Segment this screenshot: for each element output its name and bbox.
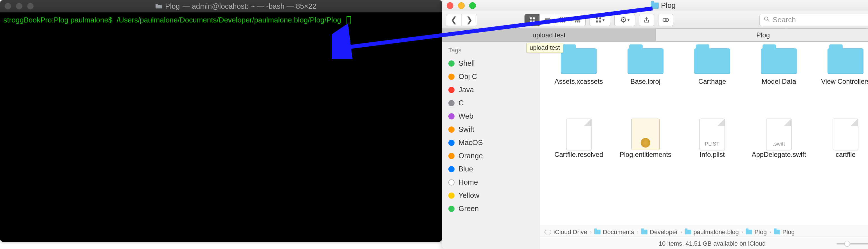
tag-dot-icon: [448, 87, 455, 93]
file-item[interactable]: Plog.entitlements: [614, 120, 677, 188]
chevron-right-icon: ›: [742, 229, 743, 235]
path-label: Developer: [650, 228, 678, 236]
path-segment[interactable]: Documents: [594, 228, 634, 236]
tab-label: upload test: [532, 31, 565, 39]
terminal-title: Plog — admin@locahost: ~ — -bash — 85×22: [34, 2, 438, 11]
file-item[interactable]: cartfile: [814, 120, 868, 188]
back-button[interactable]: ❮: [446, 14, 462, 26]
tab-plog[interactable]: Plog: [656, 29, 868, 41]
sidebar-tag-swift[interactable]: Swift: [447, 123, 540, 136]
sidebar-tag-home[interactable]: Home: [447, 176, 540, 189]
path-label: Documents: [603, 228, 634, 236]
path-segment[interactable]: Plog: [746, 228, 767, 236]
zoom-slider[interactable]: [837, 243, 868, 245]
nav-group: ❮ ❯: [446, 14, 477, 26]
gallery-view-button[interactable]: [570, 14, 585, 26]
folder-icon: [155, 3, 162, 9]
file-label: Base.lproj: [630, 78, 660, 86]
svg-rect-1: [533, 17, 535, 20]
icon-view-button[interactable]: [525, 14, 540, 26]
close-icon[interactable]: ✕: [446, 32, 451, 39]
path-segment[interactable]: paulmalone.blog: [685, 228, 739, 236]
file-item[interactable]: Base.lproj: [614, 47, 677, 115]
chevron-right-icon: ›: [637, 229, 638, 235]
finder-tabbar: ✕ upload test Plog +: [442, 29, 868, 42]
icon-grid[interactable]: Assets.xcassetsBase.lprojCarthageModel D…: [540, 42, 868, 226]
tag-dot-icon: [448, 100, 455, 106]
zoom-thumb[interactable]: [844, 241, 850, 246]
terminal-titlebar: Plog — admin@locahost: ~ — -bash — 85×22: [0, 0, 442, 12]
close-button[interactable]: [4, 3, 11, 9]
sidebar-tag-macos[interactable]: MacOS: [447, 136, 540, 149]
tag-label: Shell: [459, 59, 475, 68]
minimize-button[interactable]: [458, 2, 465, 9]
folder-icon: [746, 229, 752, 235]
path-segment[interactable]: iCloud Drive: [545, 228, 587, 236]
close-button[interactable]: [447, 2, 454, 9]
tag-dot-icon: [448, 192, 455, 199]
svg-rect-12: [577, 21, 578, 23]
sidebar-tag-blue[interactable]: Blue: [447, 163, 540, 176]
tag-dot-icon: [448, 166, 455, 172]
tags-button[interactable]: [658, 14, 673, 26]
chevron-right-icon: ›: [590, 229, 591, 235]
zoom-button[interactable]: [27, 3, 34, 9]
finder-sidebar: Tags ShellObj CJavaCWebSwiftMacOSOrangeB…: [442, 42, 540, 249]
finder-traffic-lights: [447, 2, 476, 9]
tag-dot-icon: [448, 206, 455, 212]
file-item[interactable]: Model Data: [747, 47, 811, 115]
sidebar-tag-obj-c[interactable]: Obj C: [447, 70, 540, 83]
path-segment[interactable]: Developer: [641, 228, 678, 236]
action-group: ⚙▾: [614, 14, 635, 26]
zoom-button[interactable]: [469, 2, 476, 9]
terminal-body[interactable]: stroggBookPro:Plog paulmalone$ /Users/pa…: [0, 12, 442, 242]
path-label: Plog: [754, 228, 767, 236]
file-item[interactable]: PLISTInfo.plist: [680, 120, 744, 188]
tag-dot-icon: [448, 113, 455, 119]
sidebar-tag-yellow[interactable]: Yellow: [447, 189, 540, 202]
minimize-button[interactable]: [16, 3, 23, 9]
tag-label: Obj C: [459, 72, 477, 81]
sidebar-tag-shell[interactable]: Shell: [447, 57, 540, 70]
svg-rect-0: [530, 17, 532, 20]
svg-rect-5: [545, 20, 550, 20]
forward-button[interactable]: ❯: [462, 14, 477, 26]
file-label: Info.plist: [700, 151, 724, 159]
search-input[interactable]: Search: [760, 14, 868, 26]
tag-label: Yellow: [459, 191, 479, 200]
sidebar-tag-orange[interactable]: Orange: [447, 149, 540, 163]
arrange-button[interactable]: ▾: [590, 14, 610, 26]
tag-label: Orange: [459, 151, 483, 160]
file-label: Plog.entitlements: [620, 151, 672, 159]
folder-icon: [561, 48, 597, 74]
file-item[interactable]: Carthage: [680, 47, 744, 115]
column-view-button[interactable]: [555, 14, 570, 26]
sidebar-tag-web[interactable]: Web: [447, 110, 540, 123]
sidebar-tag-green[interactable]: Green: [447, 202, 540, 215]
folder-icon: [774, 229, 780, 235]
sidebar-tag-c[interactable]: C: [447, 96, 540, 110]
terminal-traffic-lights: [4, 3, 34, 9]
finder-body: Tags ShellObj CJavaCWebSwiftMacOSOrangeB…: [442, 42, 868, 249]
file-item[interactable]: View Controllers: [814, 47, 868, 115]
gear-icon: ⚙: [620, 15, 627, 25]
file-label: Assets.xcassets: [555, 78, 603, 86]
tag-label: Web: [459, 112, 473, 120]
tab-upload-test[interactable]: ✕ upload test: [442, 29, 656, 41]
search-icon: [764, 15, 770, 24]
file-item[interactable]: Assets.xcassets: [547, 47, 611, 115]
search-placeholder: Search: [773, 15, 796, 24]
tag-dot-icon: [448, 153, 455, 159]
file-item[interactable]: .swiftAppDelegate.swift: [747, 120, 811, 188]
terminal-prompt: stroggBookPro:Plog paulmalone$: [3, 16, 112, 24]
folder-icon: [627, 48, 663, 74]
file-item[interactable]: Cartfile.resolved: [547, 120, 611, 188]
path-segment[interactable]: Plog: [774, 228, 795, 236]
finder-content: upload test Assets.xcassetsBase.lprojCar…: [540, 42, 868, 249]
sidebar-tag-java[interactable]: Java: [447, 83, 540, 96]
action-button[interactable]: ⚙▾: [615, 14, 635, 26]
svg-rect-16: [596, 21, 598, 23]
share-button[interactable]: [639, 14, 654, 26]
tag-label: Java: [459, 85, 474, 94]
list-view-button[interactable]: [540, 14, 555, 26]
